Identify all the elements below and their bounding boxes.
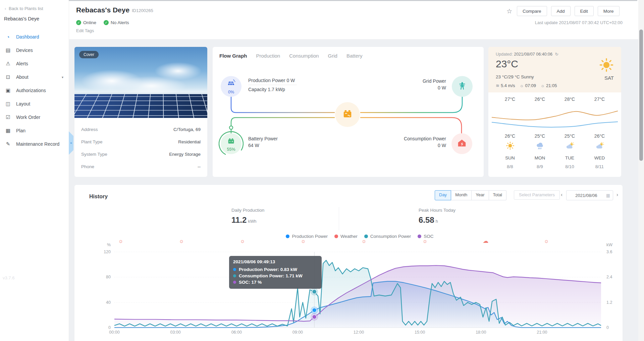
sidebar-item-label: Dashboard [16, 34, 69, 40]
stat-unit: kWh [248, 219, 256, 224]
svg-text:00:00: 00:00 [109, 330, 119, 335]
cover-photo: Cover [74, 47, 207, 118]
add-button[interactable]: Add [551, 6, 571, 16]
inverter-icon [341, 108, 354, 121]
next-date-button[interactable]: › [616, 192, 618, 197]
compare-button[interactable]: Compare [517, 6, 547, 16]
info-label: System Type [81, 152, 107, 157]
sun-weather-icon [495, 141, 525, 151]
tab-consumption[interactable]: Consumption [289, 53, 319, 59]
edit-button[interactable]: Edit [575, 6, 594, 16]
info-row-address: AddressC/Tortuga, 69 [81, 123, 201, 136]
stat-label: Daily Production [231, 208, 264, 213]
production-percent: 0% [228, 90, 234, 94]
date-value: 2021/08/06 [567, 193, 606, 198]
rain-weather-icon [525, 141, 555, 151]
svg-text:06:00: 06:00 [231, 330, 242, 335]
weather-extra: ≋5.4 m/s ☼07:09 ☼21:05 [496, 83, 557, 88]
tab-grid[interactable]: Grid [328, 53, 337, 59]
tab-flow-graph[interactable]: Flow Graph [219, 53, 247, 59]
sidebar-item-label: Work Order [16, 115, 69, 120]
weather-day: SAT [599, 75, 619, 81]
sidebar-item-label: Alerts [16, 61, 69, 66]
info-value: C/Tortuga, 69 [173, 127, 201, 132]
sidebar-plant-name: Rebacas's Deye [4, 16, 39, 21]
sidebar-item-label: Layout [16, 101, 69, 107]
svg-text:09:00: 09:00 [292, 330, 303, 335]
sidebar-item-layout[interactable]: ◫Layout [0, 97, 69, 111]
temperature-range: 23 °C/29 °C Sunny [496, 74, 534, 79]
dashboard-icon: ◔ [5, 34, 11, 40]
devices-icon: ▤ [5, 47, 11, 53]
svg-text:21:00: 21:00 [537, 330, 547, 335]
svg-text:kW: kW [606, 243, 612, 247]
scrollbar-thumb[interactable] [639, 29, 643, 161]
grid-node[interactable] [452, 76, 473, 97]
sidebar-item-dashboard[interactable]: ◔Dashboard [0, 30, 69, 44]
sidebar-item-work-order[interactable]: ☑Work Order [0, 111, 69, 124]
work-order-icon: ☑ [5, 114, 11, 120]
forecast-low: 25°C [525, 133, 555, 139]
sidebar-item-plan[interactable]: ▦Plan [0, 124, 69, 137]
info-row-phone: Phone-- [81, 160, 201, 173]
consumption-node[interactable] [451, 133, 472, 154]
page-title: Rebacas's Deye [76, 6, 129, 14]
back-to-plants-link[interactable]: ‹ Back to Plants list [5, 6, 43, 11]
maintenance-record-icon: ✎ [5, 141, 11, 147]
sidebar: ‹ Back to Plants list Rebacas's Deye ◔Da… [0, 0, 69, 341]
tab-battery[interactable]: Battery [346, 53, 363, 59]
sidebar-item-about[interactable]: ⊡About▾ [0, 70, 69, 84]
refresh-icon[interactable]: ↻ [555, 52, 558, 57]
sidebar-menu: ◔Dashboard▤Devices⚠Alerts⊡About▾▣Authori… [0, 30, 69, 151]
plan-icon: ▦ [5, 128, 11, 134]
forecast-day: MON [525, 155, 555, 160]
tab-production[interactable]: Production [256, 53, 280, 59]
back-label: Back to Plants list [9, 6, 43, 11]
inverter-node[interactable] [335, 102, 360, 127]
battery-power-label: Battery Power64 W [248, 135, 278, 149]
capacity-label: Capacity 1.7 kWp [248, 86, 297, 93]
stat-value: 6.58h [419, 215, 455, 225]
cover-badge: Cover [79, 51, 99, 58]
range-tab-day[interactable]: Day [435, 190, 451, 200]
stat-unit: h [436, 219, 438, 224]
app-version: v3.7.6 [3, 275, 14, 280]
select-parameters-button[interactable]: Select Parameters [514, 190, 560, 200]
previous-date-button[interactable]: ‹ [561, 192, 562, 197]
peak-hours-stat: Peak Hours Today6.58h [419, 208, 455, 225]
window-top-edge [69, 0, 637, 1]
more-button[interactable]: More [598, 6, 620, 16]
sidebar-item-alerts[interactable]: ⚠Alerts [0, 57, 69, 70]
edit-tags-link[interactable]: Edit Tags [76, 28, 94, 33]
alerts-icon: ⚠ [5, 61, 11, 67]
sidebar-collapse-handle[interactable]: « [69, 131, 73, 155]
vertical-scrollbar[interactable] [638, 0, 644, 341]
chart-sun-icon: ☼ [179, 238, 184, 244]
about-icon: ⊡ [5, 74, 11, 80]
sidebar-item-authorizations[interactable]: ▣Authorizations [0, 84, 69, 97]
forecast-low-temps: 26°C25°C25°C26°C [495, 133, 614, 139]
info-label: Address [81, 127, 98, 132]
sidebar-item-devices[interactable]: ▤Devices [0, 44, 69, 57]
grid-tower-icon [457, 81, 467, 92]
calendar-icon: ▦ [606, 193, 610, 198]
favorite-star-icon[interactable]: ☆ [506, 7, 512, 15]
forecast-dates: 8/88/98/108/11 [495, 164, 614, 169]
range-tab-year[interactable]: Year [472, 190, 489, 200]
history-chart[interactable]: %kW0408012001.22.43.600:0003:0006:0009:0… [101, 232, 619, 339]
tooltip-dot [233, 281, 236, 284]
divider [248, 85, 297, 85]
sidebar-item-maintenance-record[interactable]: ✎Maintenance Record [0, 137, 69, 151]
range-tab-month[interactable]: Month [451, 190, 472, 200]
range-tab-total[interactable]: Total [489, 190, 506, 200]
svg-text:18:00: 18:00 [476, 330, 486, 335]
forecast-date: 8/11 [585, 164, 614, 169]
date-picker[interactable]: 2021/08/06 ▦ [566, 190, 613, 200]
svg-text:120: 120 [104, 250, 111, 254]
stat-value: 11.2kWh [231, 215, 264, 225]
battery-node[interactable]: 55% [221, 133, 241, 154]
forecast-day: TUE [555, 155, 585, 160]
production-node[interactable]: 0% [221, 76, 241, 97]
forecast-high-temps: 27°C26°C28°C27°C [495, 96, 614, 102]
info-value: Energy Storage [169, 152, 201, 157]
